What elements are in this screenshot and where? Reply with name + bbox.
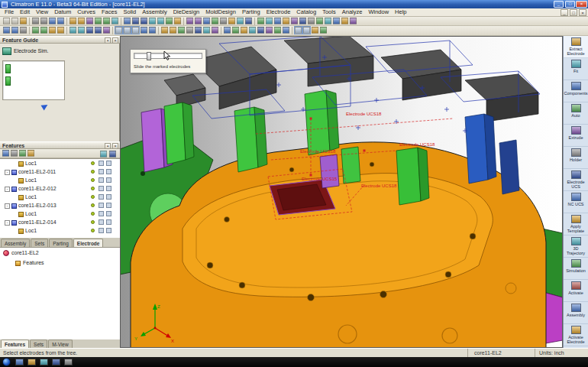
toolbar-icon[interactable] <box>203 18 210 24</box>
back-icon[interactable] <box>2 150 9 157</box>
toolbar-icon[interactable] <box>32 18 39 24</box>
toolbar-icon[interactable] <box>149 18 156 24</box>
menu-item-parting[interactable]: Parting <box>239 8 263 16</box>
toolbar-icon[interactable] <box>266 27 273 34</box>
electrode-sim-item[interactable]: Electrode Sim. <box>2 46 49 57</box>
menu-item-analyze[interactable]: Analyze <box>339 8 366 16</box>
toolbar-icon[interactable] <box>11 27 18 34</box>
tab-features[interactable]: Features <box>1 339 29 348</box>
electrode-purple[interactable] <box>141 109 164 172</box>
toolbar-icon[interactable] <box>316 18 323 24</box>
menu-item-view[interactable]: View <box>33 8 51 16</box>
toolbar-icon[interactable] <box>283 27 289 34</box>
tool-activate-electrode[interactable]: Activate Electrode <box>564 324 588 346</box>
toolbar-icon[interactable] <box>11 18 18 24</box>
menu-item-electrode[interactable]: Electrode <box>263 8 294 16</box>
tree-item[interactable]: Loc1 <box>0 209 120 218</box>
electrode-green[interactable] <box>305 90 330 155</box>
toolbar-icon[interactable] <box>283 18 289 24</box>
menu-item-assembly[interactable]: Assembly <box>139 8 170 16</box>
minimize-button[interactable]: _ <box>554 1 564 8</box>
tool-3d-trajectory[interactable]: 3D Trajectory <box>564 235 588 258</box>
toolbar-icon[interactable] <box>95 27 102 34</box>
close-button[interactable]: × <box>576 1 587 8</box>
electrode-green[interactable] <box>234 107 258 172</box>
toolbar-icon[interactable] <box>195 18 202 24</box>
feature-guide-list[interactable] <box>2 60 65 100</box>
visibility-toggle[interactable] <box>99 219 104 225</box>
tool-fit[interactable]: Fit <box>564 58 588 80</box>
toolbar-icon[interactable] <box>266 18 273 24</box>
visibility-toggle[interactable] <box>99 177 104 183</box>
menu-item-curves[interactable]: Curves <box>74 8 99 16</box>
tab-parting[interactable]: Parting <box>49 239 73 247</box>
menu-item-edit[interactable]: Edit <box>17 8 33 16</box>
toolbar-icon[interactable] <box>325 18 331 24</box>
toolbar-icon[interactable] <box>291 18 298 24</box>
expand-toggle[interactable]: - <box>5 203 10 209</box>
sort-icon[interactable] <box>27 150 34 157</box>
tree-item[interactable]: Loc1 <box>0 226 120 235</box>
toolbar-icon[interactable] <box>78 18 85 24</box>
toolbar-icon[interactable] <box>295 27 302 34</box>
child-minimize-button[interactable]: _ <box>561 9 568 16</box>
tree-item[interactable]: -core11-EL2-014 <box>0 218 120 226</box>
toolbar-icon[interactable] <box>124 18 131 24</box>
toolbar-icon[interactable] <box>241 27 247 34</box>
tool-extract-electrode[interactable]: Extract Electrode <box>564 36 588 58</box>
expand-toggle[interactable]: - <box>5 170 10 175</box>
toolbar-icon[interactable] <box>228 18 235 24</box>
toolbar-icon[interactable] <box>32 27 39 34</box>
toolbar-icon[interactable] <box>341 18 348 24</box>
blank-toggle[interactable] <box>106 161 111 166</box>
child-close-button[interactable]: × <box>579 9 586 16</box>
refresh-icon[interactable] <box>19 150 26 157</box>
toolbar-icon[interactable] <box>141 27 147 34</box>
tree-item[interactable]: Loc1 <box>0 193 120 201</box>
menu-item-solid[interactable]: Solid <box>120 8 139 16</box>
blank-toggle[interactable] <box>106 194 111 200</box>
visibility-toggle[interactable] <box>99 194 104 200</box>
toolbar-icon[interactable] <box>350 18 357 24</box>
tree-item[interactable]: Loc1 <box>0 176 120 184</box>
menu-item-file[interactable]: File <box>2 8 17 16</box>
toolbar-icon[interactable] <box>3 27 10 34</box>
toolbar-icon[interactable] <box>274 27 281 34</box>
toolbar-icon[interactable] <box>149 27 156 34</box>
toolbar-icon[interactable] <box>95 18 102 24</box>
toolbar-icon[interactable] <box>86 27 93 34</box>
toolbar-icon[interactable] <box>69 18 76 24</box>
toolbar-icon[interactable] <box>245 18 252 24</box>
toolbar-icon[interactable] <box>220 18 227 24</box>
menu-item-faces[interactable]: Faces <box>99 8 120 16</box>
toolbar-icon[interactable] <box>86 18 93 24</box>
blank-toggle[interactable] <box>106 177 111 183</box>
tab-electrode[interactable]: Electrode <box>73 239 104 247</box>
toolbar-icon[interactable] <box>320 27 327 34</box>
toolbar-icon[interactable] <box>308 18 315 24</box>
visibility-toggle[interactable] <box>99 203 104 208</box>
toolbar-icon[interactable] <box>49 18 56 24</box>
tool-assembly[interactable]: Assembly <box>564 302 588 324</box>
maximize-button[interactable]: □ <box>565 1 575 8</box>
electrode-green[interactable] <box>164 102 186 164</box>
blank-toggle[interactable] <box>106 203 111 208</box>
menu-item-help[interactable]: Help <box>392 8 409 16</box>
close-panel-icon[interactable]: × <box>112 37 118 44</box>
tab-sets[interactable]: Sets <box>31 239 48 247</box>
toolbar-icon[interactable] <box>49 27 56 34</box>
toolbar-icon[interactable] <box>212 27 218 34</box>
toolbar-icon[interactable] <box>57 27 64 34</box>
guide-step-icon[interactable] <box>5 64 11 73</box>
close-panel-icon[interactable]: × <box>112 143 118 149</box>
3d-viewport[interactable]: Electrode UCS18 Electrode UCS18 Electrod… <box>120 36 563 348</box>
toolbar-icon[interactable] <box>20 27 27 34</box>
tab-mview[interactable]: M-View <box>48 339 73 348</box>
tool-nc-ucs[interactable]: NC UCS <box>564 191 588 213</box>
electrode-blue[interactable] <box>499 140 519 194</box>
collapse-all-icon[interactable] <box>100 151 107 158</box>
visibility-toggle[interactable] <box>99 228 104 233</box>
menu-item-catalog[interactable]: Catalog <box>293 8 319 16</box>
toolbar-icon[interactable] <box>20 18 27 24</box>
toolbar-icon[interactable] <box>174 18 181 24</box>
